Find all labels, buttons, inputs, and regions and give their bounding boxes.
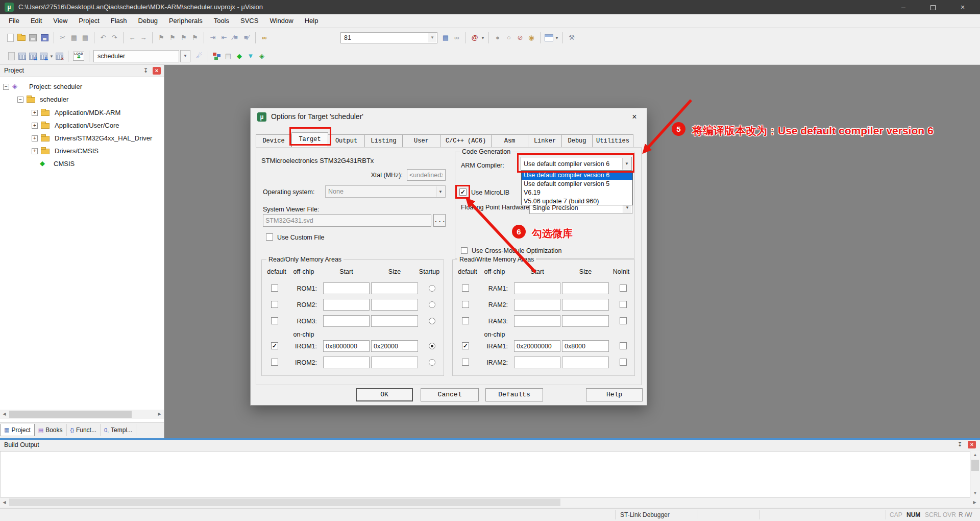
tab-debug[interactable]: Debug (562, 134, 593, 147)
system-viewer-file-input[interactable] (263, 214, 431, 227)
rom1-start-input[interactable] (323, 282, 370, 294)
rom1-size-input[interactable] (371, 282, 418, 294)
rom1-default-checkbox[interactable] (271, 285, 278, 292)
window-layout-icon[interactable] (545, 34, 553, 41)
breakpoint-icon[interactable]: ◉ (526, 33, 537, 42)
debug-caret-icon[interactable]: ▼ (480, 36, 485, 40)
rom2-size-input[interactable] (371, 299, 418, 311)
iram2-default-checkbox[interactable] (462, 359, 469, 366)
tab-project[interactable]: ▦ Project (0, 424, 35, 436)
rom3-start-input[interactable] (323, 315, 370, 327)
pack-installer-icon[interactable]: ◈ (256, 52, 267, 61)
project-close-icon[interactable]: × (153, 67, 161, 75)
menu-project[interactable]: Project (73, 17, 105, 25)
bookmark-clear-icon[interactable]: ⚑ (189, 33, 201, 42)
stop-icon[interactable]: ⊘ (514, 33, 526, 42)
maximize-button[interactable] (918, 0, 948, 14)
iram1-start-input[interactable] (514, 340, 560, 352)
ram1-noinit-checkbox[interactable] (620, 285, 627, 292)
ram1-start-input[interactable] (514, 282, 560, 294)
menu-flash[interactable]: Flash (105, 17, 133, 25)
manage-components-icon[interactable] (213, 53, 221, 60)
menu-peripherals[interactable]: Peripherals (163, 17, 208, 25)
tree-item-cmsis-component[interactable]: ◆ CMSIS (0, 158, 163, 170)
tab-listing[interactable]: Listing (365, 134, 403, 147)
expand-icon[interactable]: + (32, 135, 38, 141)
scroll-up-icon[interactable]: ▲ (971, 451, 979, 459)
window-layout-caret-icon[interactable]: ▼ (554, 36, 559, 40)
outdent-icon[interactable]: ⇤ (218, 33, 230, 42)
rom3-startup-radio[interactable] (429, 318, 435, 324)
comment-icon[interactable]: ∕≡ (230, 33, 241, 42)
rom3-default-checkbox[interactable] (271, 317, 278, 324)
build-output-vscrollbar[interactable]: ▲ ▼ (970, 451, 980, 498)
search-combo[interactable]: 81 ▼ (340, 32, 437, 43)
build-icon[interactable] (18, 53, 26, 60)
use-microlib-checkbox[interactable]: ✓ (459, 188, 467, 196)
cancel-button[interactable]: Cancel (421, 388, 479, 401)
ram3-start-input[interactable] (514, 315, 560, 327)
download-load-icon[interactable]: LOAD⇊ (73, 52, 84, 61)
scroll-right-icon[interactable]: ▶ (970, 498, 979, 507)
scroll-thumb[interactable] (9, 411, 132, 418)
rom1-startup-radio[interactable] (429, 285, 435, 292)
dropdown-option[interactable]: Use default compiler version 5 (522, 180, 632, 188)
irom2-default-checkbox[interactable] (271, 359, 278, 366)
tab-user[interactable]: User (403, 134, 440, 147)
tab-functions[interactable]: {} Funct... (67, 424, 101, 436)
rebuild-icon[interactable] (29, 53, 37, 60)
tab-linker[interactable]: Linker (528, 134, 562, 147)
operating-system-select[interactable]: None ▼ (325, 185, 446, 198)
collapse-icon[interactable]: − (17, 97, 23, 103)
tab-asm[interactable]: Asm (492, 134, 528, 147)
irom2-start-input[interactable] (323, 357, 370, 368)
ram3-default-checkbox[interactable] (462, 317, 469, 324)
search-dropdown-icon[interactable]: ▼ (428, 33, 436, 42)
reset-icon[interactable]: ● (492, 33, 503, 42)
expand-icon[interactable]: + (32, 148, 38, 154)
menu-help[interactable]: Help (299, 17, 324, 25)
batch-build-caret-icon[interactable]: ▼ (49, 54, 54, 59)
find-in-docs-icon[interactable]: ∞ (451, 33, 462, 42)
indent-icon[interactable]: ⇥ (207, 33, 218, 42)
scroll-down-icon[interactable]: ▼ (971, 489, 979, 498)
tree-item-drivers-cmsis[interactable]: + Drivers/CMSIS (0, 145, 163, 157)
tree-item-drivers-hal[interactable]: + Drivers/STM32G4xx_HAL_Driver (0, 132, 163, 145)
close-button[interactable]: × (948, 0, 977, 14)
ram2-start-input[interactable] (514, 299, 560, 311)
dropdown-option[interactable]: V5.06 update 7 (build 960) (522, 197, 632, 206)
bookmark-toggle-icon[interactable]: ⚑ (156, 33, 167, 42)
rom2-start-input[interactable] (323, 299, 370, 311)
batch-build-icon[interactable] (40, 53, 47, 60)
redo-icon[interactable]: ↷ (109, 33, 120, 42)
build-output-hscrollbar[interactable]: ◀ ▶ (0, 498, 980, 507)
dialog-close-icon[interactable]: × (628, 111, 641, 123)
build-output-pin-icon[interactable]: ↧ (956, 441, 964, 448)
build-output-close-icon[interactable]: × (968, 441, 976, 448)
arm-compiler-select[interactable]: Use default compiler version 6 ▼ (521, 157, 632, 171)
manage-books-icon[interactable]: ▤ (223, 52, 234, 61)
ram3-noinit-checkbox[interactable] (620, 317, 627, 324)
find-next-icon[interactable]: ▤ (440, 33, 451, 42)
tree-item-application-user-core[interactable]: + Application/User/Core (0, 120, 163, 132)
bookmark-next-icon[interactable]: ⚑ (178, 33, 189, 42)
tab-utilities[interactable]: Utilities (593, 134, 633, 147)
iram2-size-input[interactable] (562, 357, 609, 368)
expand-icon[interactable]: + (32, 123, 38, 129)
tab-books[interactable]: ▤ Books (35, 424, 67, 436)
menu-tools[interactable]: Tools (208, 17, 235, 25)
paste-icon[interactable]: ▤ (80, 33, 91, 42)
xtal-input[interactable] (407, 169, 446, 181)
configure-wrench-icon[interactable]: ⚒ (566, 33, 577, 42)
open-file-icon[interactable] (17, 35, 26, 41)
ram3-size-input[interactable] (562, 315, 609, 327)
irom2-size-input[interactable] (371, 357, 418, 368)
save-icon[interactable] (29, 34, 37, 41)
scroll-thumb[interactable] (9, 499, 560, 506)
ram2-noinit-checkbox[interactable] (620, 301, 627, 308)
iram2-start-input[interactable] (514, 357, 560, 368)
browse-button[interactable]: ... (433, 214, 446, 227)
menu-window[interactable]: Window (264, 17, 299, 25)
tree-item-project-root[interactable]: − ◈ Project: scheduler (0, 81, 163, 93)
menu-file[interactable]: File (3, 17, 25, 25)
